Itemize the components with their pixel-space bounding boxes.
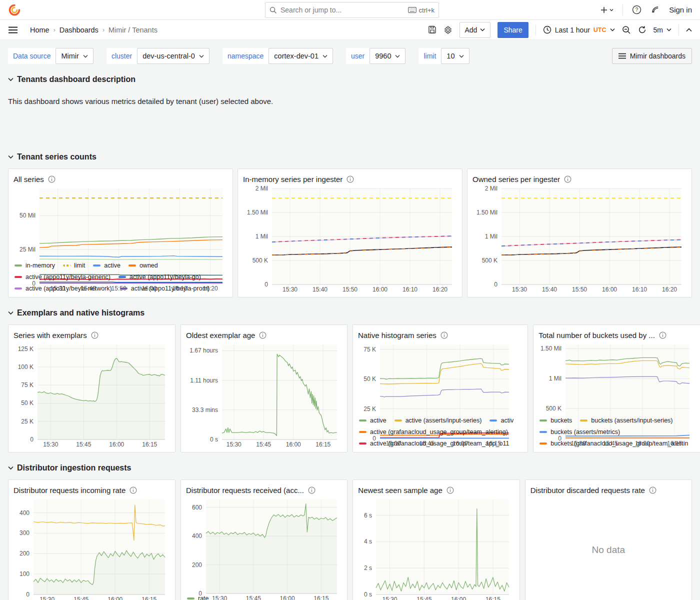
info-icon[interactable] xyxy=(308,486,316,494)
refresh-icon[interactable] xyxy=(638,26,646,34)
info-icon[interactable] xyxy=(649,486,656,494)
legend-item[interactable]: active xyxy=(93,262,120,269)
variable-select-namespace[interactable]: cortex-dev-01 xyxy=(268,48,333,64)
chart-total-buckets[interactable]: 15:3015:4516:0016:150500 K1 Mil1.50 Mil xyxy=(538,341,697,414)
save-dashboard-icon[interactable] xyxy=(428,26,436,34)
panel-header[interactable]: Distributor requests incoming rate xyxy=(14,484,170,496)
list-icon xyxy=(618,53,626,59)
svg-text:16:10: 16:10 xyxy=(402,286,418,293)
legend-item[interactable]: active (appo11y/beyla-prom) xyxy=(120,285,210,292)
legend-item[interactable]: active (grafanacloud_usage_group/team_al… xyxy=(359,428,508,436)
section-header-exemplars[interactable]: Exemplars and native histograms xyxy=(8,308,692,318)
panel-title[interactable]: Distributor requests received (acc... xyxy=(186,486,304,494)
breadcrumb-home[interactable]: Home xyxy=(30,26,50,34)
add-panel-button[interactable]: Add xyxy=(460,22,491,38)
info-icon[interactable] xyxy=(564,176,572,183)
info-icon[interactable] xyxy=(130,486,137,494)
menu-toggle[interactable] xyxy=(8,26,18,34)
dashboard-settings-icon[interactable] xyxy=(444,26,452,34)
legend-item[interactable]: owned xyxy=(128,262,158,269)
variable-select-datasource[interactable]: Mimir xyxy=(56,48,93,64)
variable-select-limit[interactable]: 10 xyxy=(441,48,469,64)
panel-header[interactable]: In-memory series per ingester xyxy=(243,173,457,185)
collapse-toolbar-icon[interactable] xyxy=(686,28,692,32)
info-icon[interactable] xyxy=(440,332,448,339)
legend-item[interactable]: buckets (asserts/input-series) xyxy=(580,417,672,424)
panel-header[interactable]: Oldest exemplar age xyxy=(186,329,342,341)
legend-item[interactable]: active (grafanacloud_usage_group/team_ap… xyxy=(359,440,509,447)
help-icon[interactable]: ? xyxy=(632,5,642,14)
section-header-distributor[interactable]: Distributor ingestion requests xyxy=(8,464,692,472)
section-header-description[interactable]: Tenants dashboard description xyxy=(8,75,692,84)
chart-oldest-exemplar-age[interactable]: 15:3015:4516:0016:150 s33.3 mins1.11 hou… xyxy=(186,341,342,449)
zoom-out-icon[interactable] xyxy=(622,26,631,34)
svg-text:1.11 hours: 1.11 hours xyxy=(190,377,218,384)
panel-title[interactable]: All series xyxy=(14,175,44,184)
svg-text:75 K: 75 K xyxy=(364,346,376,353)
chart-series-with-exemplars[interactable]: 15:3015:4516:0016:15025 K50 K75 K100 K12… xyxy=(14,341,170,449)
chart-newest-sample-age[interactable]: 15:3015:4516:0016:150 s2 s4 s6 s xyxy=(358,496,514,600)
time-range-picker[interactable]: Last 1 hour UTC xyxy=(543,26,615,34)
legend-item[interactable]: rate xyxy=(187,595,209,600)
variable-select-cluster[interactable]: dev-us-central-0 xyxy=(137,48,210,64)
panel-header[interactable]: Distributor requests received (acc... xyxy=(186,484,342,496)
info-icon[interactable] xyxy=(346,176,354,183)
chart-distributor-discarded[interactable]: No data xyxy=(530,496,686,600)
panel-title[interactable]: In-memory series per ingester xyxy=(243,175,342,184)
panel-title[interactable]: Distributor discarded requests rate xyxy=(530,486,645,494)
chart-distributor-received[interactable]: 15:3015:4516:0016:150200400600 xyxy=(186,496,342,592)
search-input[interactable]: Search or jump to... ctrl+k xyxy=(265,2,439,18)
panel-title[interactable]: Total number of buckets used by ... xyxy=(538,331,655,340)
legend-item[interactable]: limit xyxy=(63,262,85,269)
panel-title[interactable]: Series with exemplars xyxy=(14,331,87,340)
legend-item[interactable]: buckets xyxy=(540,417,572,424)
share-button[interactable]: Share xyxy=(498,22,528,38)
legend-item[interactable]: active (asserts/input-series) xyxy=(394,417,482,424)
grafana-logo[interactable] xyxy=(8,4,21,16)
panel-title[interactable]: Native histogram series xyxy=(358,331,436,340)
svg-text:15:45: 15:45 xyxy=(74,596,88,600)
chart-owned-per-ingester[interactable]: 15:3015:4015:5016:0016:1016:200500 K1 Mi… xyxy=(472,185,686,294)
legend-item[interactable]: active (appo11y/beyla-network) xyxy=(14,285,112,292)
keyboard-shortcut: ctrl+k xyxy=(408,6,434,14)
panel-header[interactable]: Total number of buckets used by ... xyxy=(538,329,697,341)
panel-header[interactable]: Newest seen sample age xyxy=(358,484,514,496)
legend-item[interactable]: activ xyxy=(490,417,514,424)
panel-header[interactable]: Distributor discarded requests rate xyxy=(530,484,686,496)
legend-item[interactable]: active (appo11y/beyla-go) xyxy=(118,274,201,280)
info-icon[interactable] xyxy=(48,176,56,183)
dashboard-toolbar: Home › Dashboards › Mimir / Tenants Add … xyxy=(0,20,700,40)
info-icon[interactable] xyxy=(659,332,666,339)
info-icon[interactable] xyxy=(259,332,266,339)
chart-all-series[interactable]: 15:3015:4015:5016:0016:1016:20025 Mil50 … xyxy=(14,185,228,258)
mimir-dashboards-button[interactable]: Mimir dashboards xyxy=(612,48,692,64)
svg-text:15:50: 15:50 xyxy=(572,286,587,293)
info-icon[interactable] xyxy=(446,486,454,494)
legend-item[interactable]: active xyxy=(359,417,386,424)
add-menu-button[interactable] xyxy=(600,6,614,14)
news-icon[interactable] xyxy=(650,5,660,14)
section-header-series-counts[interactable]: Tenant series counts xyxy=(8,152,692,162)
chart-native-histogram-series[interactable]: 15:3015:4516:0016:15025 K50 K75 K xyxy=(358,341,522,414)
chart-distributor-incoming-rate[interactable]: 15:3015:4516:0016:150100200300400 xyxy=(14,496,170,600)
panel-header[interactable]: Owned series per ingester xyxy=(472,173,686,185)
sign-in-link[interactable]: Sign in xyxy=(669,6,692,14)
legend-item[interactable]: buckets (grafanacloud_usage_group/team_a… xyxy=(540,440,688,447)
legend-item[interactable]: buckets (asserts/metrics) xyxy=(540,428,620,436)
refresh-interval-picker[interactable]: 5m xyxy=(654,26,672,34)
panel-header[interactable]: All series xyxy=(14,173,228,185)
variable-select-user[interactable]: 9960 xyxy=(370,48,406,64)
info-icon[interactable] xyxy=(91,332,98,339)
legend-item[interactable]: in-memory xyxy=(14,262,55,269)
chart-in-memory-per-ingester[interactable]: 15:3015:4015:5016:0016:1016:200500 K1 Mi… xyxy=(243,185,457,294)
legend-item[interactable]: active (appo11y/beyla-generic) xyxy=(14,274,110,280)
panel-title[interactable]: Distributor requests incoming rate xyxy=(14,486,126,494)
panel-title[interactable]: Newest seen sample age xyxy=(358,486,442,494)
panel-title[interactable]: Oldest exemplar age xyxy=(186,331,255,340)
breadcrumb-dashboards[interactable]: Dashboards xyxy=(60,26,98,34)
dashboard-description-text: This dashboard shows various metrics det… xyxy=(8,97,692,106)
panel-title[interactable]: Owned series per ingester xyxy=(472,175,560,184)
panel-header[interactable]: Native histogram series xyxy=(358,329,522,341)
panel-header[interactable]: Series with exemplars xyxy=(14,329,170,341)
svg-text:500 K: 500 K xyxy=(546,405,562,412)
